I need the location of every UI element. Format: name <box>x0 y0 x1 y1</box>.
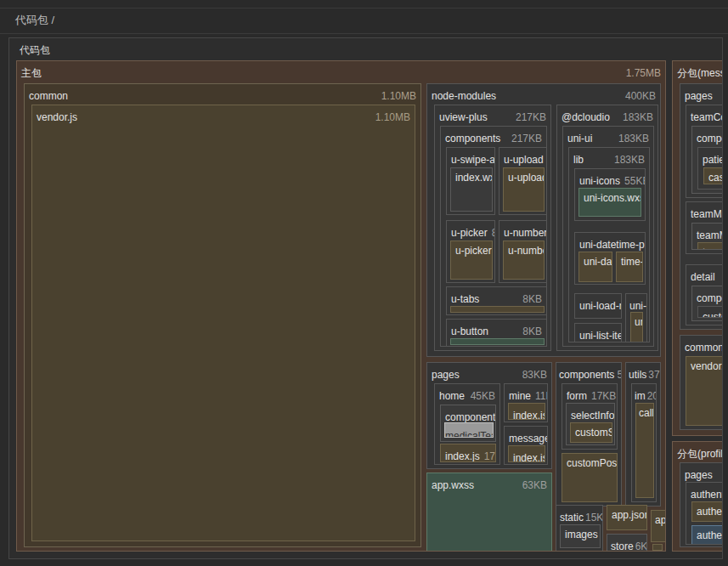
node-store[interactable]: store 6KB <box>607 534 647 552</box>
node-authentication-file-script[interactable]: authentication <box>691 501 723 522</box>
node-subpackage-message[interactable]: 分包(message) pages teamConsult components… <box>672 60 723 436</box>
node-utils[interactable]: utils 37KB im 20KB call <box>625 362 661 507</box>
node-header: node-modules 400KB <box>427 84 660 106</box>
node-main-package[interactable]: 主包 1.75MB common 1.10MB vendor.js 1.10MB… <box>16 60 666 552</box>
node-uni-load-more[interactable]: uni-load-more <box>574 293 622 319</box>
treemap-panel: 代码包 主包 1.75MB common 1.10MB vendor.js 1.… <box>8 37 723 559</box>
node-case-history[interactable]: caseHistory <box>703 167 723 184</box>
node-team-manage[interactable]: teamManage teamMember teamMember <box>686 201 723 254</box>
node-detail-custom[interactable]: custom <box>697 306 723 318</box>
node-medical-team-highlighted[interactable]: medicalTeam <box>444 422 494 438</box>
node-uni-icons-wxss[interactable]: uni-icons.wxss <box>578 188 641 217</box>
node-dcloudio[interactable]: @dcloudio 183KB uni-ui 183KB lib 183KB <box>556 105 658 351</box>
node-common[interactable]: common 1.10MB vendor.js 1.10MB <box>24 83 421 547</box>
node-uni-datetime-picker[interactable]: uni-datetime-picker uni-datetime time-fo… <box>574 232 646 285</box>
node-u-number-file[interactable]: u-number <box>503 241 545 280</box>
node-u-upload-file[interactable]: u-upload <box>503 167 545 212</box>
node-header: components 217KB <box>441 127 546 149</box>
treemap-title: 代码包 <box>20 43 50 58</box>
node-mine[interactable]: mine 11KB index.js <box>504 383 548 422</box>
node-u-picker-file[interactable]: u-picker <box>450 241 493 280</box>
node-time-format-file[interactable]: time-format <box>616 252 643 282</box>
node-team-consult[interactable]: teamConsult components patientInfo caseH… <box>686 105 723 198</box>
node-uni-ui[interactable]: uni-ui 183KB lib 183KB uni-icons 55KB <box>562 126 654 347</box>
node-authentication[interactable]: authentication authentication authentica… <box>686 482 723 545</box>
node-node-modules[interactable]: node-modules 400KB uview-plus 217KB comp… <box>426 83 661 357</box>
node-select-info[interactable]: selectInfo customSelect <box>566 403 615 445</box>
node-team-member-file[interactable]: teamMember <box>697 242 723 250</box>
node-app-wxss[interactable]: app.wxss 63KB <box>426 473 552 552</box>
node-uni-list-item[interactable]: uni-list-item <box>574 323 622 342</box>
node-message[interactable]: message index.js <box>504 426 548 465</box>
node-small-file[interactable] <box>652 544 663 551</box>
node-uview-components[interactable]: components 217KB u-swipe-action index.wx… <box>440 126 547 347</box>
node-home-components[interactable]: components medicalTeam <box>440 405 496 442</box>
node-authentication-file-markup[interactable]: authentication <box>691 525 723 545</box>
node-call-file[interactable]: call <box>635 403 654 498</box>
node-mine-index-js[interactable]: index.js <box>508 403 545 420</box>
node-header: common 1.10MB <box>25 84 420 106</box>
node-subpackage-profile[interactable]: 分包(profile) pages authentication authent… <box>672 441 723 552</box>
breadcrumb-divider <box>0 0 728 34</box>
node-message-index-js[interactable]: index.js <box>508 445 545 462</box>
node-header: vendor.js 1.10MB <box>32 105 415 127</box>
node-sub-msg-vendor-js[interactable]: vendor.js <box>686 356 723 426</box>
node-uni-small-file[interactable]: uni-badge <box>630 312 643 342</box>
node-u-tabs[interactable]: u-tabs 8KB <box>446 286 547 315</box>
node-u-swipe-action[interactable]: u-swipe-action index.wxss <box>446 147 495 215</box>
node-patient-info[interactable]: patientInfo caseHistory <box>697 147 723 190</box>
node-header: 主包 1.75MB <box>17 61 665 83</box>
node-app-json[interactable]: app.json <box>607 505 647 530</box>
node-u-tabs-file[interactable] <box>450 306 545 313</box>
node-uni-datetime-file[interactable]: uni-datetime <box>578 252 612 282</box>
node-team-consult-components[interactable]: components patientInfo caseHistory <box>691 126 723 194</box>
node-detail[interactable]: detail components custom <box>686 264 723 325</box>
node-static[interactable]: static 15KB images <box>556 505 603 552</box>
node-custom-post[interactable]: customPost <box>562 453 618 502</box>
node-home[interactable]: home 45KB components medicalTeam index.j… <box>434 383 500 465</box>
node-home-index-js[interactable]: index.js 17KB <box>440 444 496 462</box>
node-sub-profile-pages[interactable]: pages authentication authentication auth… <box>680 462 723 547</box>
node-custom-select[interactable]: customSelect <box>570 422 612 443</box>
node-form[interactable]: form 17KB selectInfo customSelect <box>562 383 618 450</box>
node-index-wxss[interactable]: index.wxss <box>450 167 493 212</box>
node-header: uview-plus 217KB <box>435 105 550 127</box>
node-uview-plus[interactable]: uview-plus 217KB components 217KB u-swip… <box>434 105 551 351</box>
node-u-button[interactable]: u-button 8KB <box>446 319 547 347</box>
node-sub-msg-common[interactable]: common vendor.js <box>680 335 723 430</box>
node-u-number-box[interactable]: u-number-box u-number <box>499 220 547 283</box>
node-pages[interactable]: pages 83KB home 45KB components medicalT… <box>426 362 552 469</box>
node-images[interactable]: images <box>560 524 601 548</box>
node-uni-small[interactable]: uni-badge uni-badge <box>625 293 647 342</box>
node-lib[interactable]: lib 183KB uni-icons 55KB uni-icons.wxss <box>568 147 650 342</box>
node-team-member[interactable]: teamMember teamMember <box>691 223 723 250</box>
node-app-js[interactable]: app.js <box>651 510 666 542</box>
node-sub-msg-pages[interactable]: pages teamConsult components patientInfo… <box>680 83 723 330</box>
node-u-upload[interactable]: u-upload u-upload <box>499 147 547 215</box>
node-u-picker[interactable]: u-picker 8KB u-picker <box>446 220 495 283</box>
node-u-button-file[interactable] <box>450 338 545 345</box>
node-im[interactable]: im 20KB call <box>631 383 657 502</box>
node-vendor-js[interactable]: vendor.js 1.10MB <box>31 105 415 541</box>
node-detail-components[interactable]: components custom <box>691 286 723 321</box>
node-components[interactable]: components 57KB form 17KB selectInfo cus… <box>556 362 622 507</box>
node-uni-icons[interactable]: uni-icons 55KB uni-icons.wxss <box>574 168 646 221</box>
